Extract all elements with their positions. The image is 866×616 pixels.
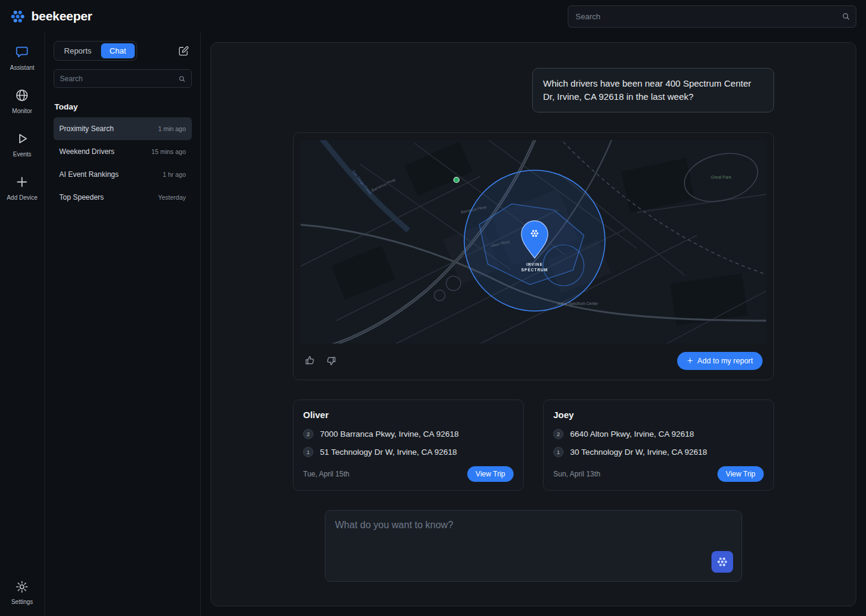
stop-address: 51 Technology Dr W, Irvine, CA 92618	[320, 448, 457, 457]
chat-title: AI Event Rankings	[60, 170, 119, 179]
brand-name: beekeeper	[31, 9, 92, 23]
beekeeper-logo-icon	[10, 8, 26, 25]
trip-date: Tue, April 15th	[303, 470, 349, 478]
gear-icon	[15, 580, 29, 594]
chat-time: 1 min ago	[158, 125, 186, 132]
send-button[interactable]	[711, 551, 733, 573]
play-icon	[14, 131, 29, 146]
stop-number-badge: 2	[303, 429, 313, 439]
chat-bubble-icon	[14, 45, 29, 60]
rail-label: Events	[13, 151, 31, 158]
main-area: Which drivers have been near 400 Spectru…	[201, 32, 866, 616]
chat-sidebar: Reports Chat Today Proximity Search 1 mi…	[45, 32, 201, 616]
globe-icon	[14, 88, 29, 103]
pin-label: IRVINE	[526, 262, 543, 266]
chat-time: 1 hr ago	[162, 171, 186, 178]
global-search-input[interactable]	[568, 5, 856, 28]
list-item-ai-event-rankings[interactable]: AI Event Rankings 1 hr ago	[54, 163, 192, 186]
trip-stop: 1 30 Technology Dr W, Irvine, CA 92618	[553, 447, 764, 457]
trip-stop: 2 7000 Barranca Pkwy, Irvine, CA 92618	[303, 429, 514, 439]
add-to-report-label: Add to my report	[698, 357, 753, 365]
topbar: beekeeper	[0, 0, 866, 32]
driver-name: Joey	[553, 410, 764, 420]
plus-icon	[14, 174, 29, 189]
rail-item-assistant[interactable]: Assistant	[10, 45, 34, 71]
tab-reports[interactable]: Reports	[56, 43, 100, 58]
rail-label: Monitor	[12, 108, 32, 114]
stop-number-badge: 1	[303, 447, 313, 457]
search-icon[interactable]	[178, 75, 186, 82]
rail-label: Settings	[11, 599, 33, 605]
nav-rail: Assistant Monitor Events	[0, 32, 45, 616]
driver-card-oliver: Oliver 2 7000 Barranca Pkwy, Irvine, CA …	[293, 399, 524, 491]
driver-card-joey: Joey 2 6640 Alton Pkwy, Irvine, CA 92618…	[543, 399, 774, 491]
map-label-park: Great Park	[711, 175, 731, 179]
list-item-weekend-drivers[interactable]: Weekend Drivers 15 mins ago	[54, 140, 192, 163]
stop-address: 6640 Alton Pkwy, Irvine, CA 92618	[570, 430, 694, 439]
assistant-answer-card: IRVINE SPECTRUM San Diego Creek Barranca…	[293, 132, 774, 380]
new-chat-icon[interactable]	[175, 43, 192, 60]
tab-chat[interactable]: Chat	[101, 43, 134, 58]
view-trip-button[interactable]: View Trip	[717, 466, 764, 482]
view-trip-button[interactable]: View Trip	[467, 466, 514, 482]
stop-address: 30 Technology Dr W, Irvine, CA 92618	[570, 448, 707, 457]
trip-stop: 1 51 Technology Dr W, Irvine, CA 92618	[303, 447, 514, 457]
map-label-place: Irvine Spectrum Center	[558, 301, 599, 306]
section-heading-today: Today	[55, 102, 191, 111]
plus-icon	[687, 357, 693, 364]
chat-panel: Which drivers have been near 400 Spectru…	[210, 42, 856, 606]
search-icon[interactable]	[841, 12, 850, 21]
chat-title: Weekend Drivers	[60, 147, 115, 156]
chat-search-input[interactable]	[54, 69, 192, 88]
chat-input[interactable]	[335, 520, 732, 556]
trip-date: Sun, April 13th	[553, 470, 600, 478]
user-message-bubble: Which drivers have been near 400 Spectru…	[532, 68, 774, 112]
thumbs-up-icon[interactable]	[304, 355, 316, 366]
list-item-proximity-search[interactable]: Proximity Search 1 min ago	[54, 117, 192, 140]
stop-number-badge: 1	[553, 447, 564, 457]
brand: beekeeper	[10, 8, 92, 25]
beekeeper-logo-icon	[716, 556, 728, 568]
list-item-top-speeders[interactable]: Top Speeders Yesterday	[54, 186, 192, 209]
stop-number-badge: 2	[553, 429, 564, 439]
rail-item-add-device[interactable]: Add Device	[7, 174, 37, 201]
chat-title: Top Speeders	[60, 193, 104, 202]
add-to-report-button[interactable]: Add to my report	[677, 352, 763, 370]
rail-item-settings[interactable]: Settings	[11, 580, 33, 605]
rail-item-monitor[interactable]: Monitor	[12, 88, 32, 114]
rail-label: Assistant	[10, 64, 34, 71]
rail-item-events[interactable]: Events	[13, 131, 31, 158]
chat-input-container	[325, 510, 742, 582]
chat-time: Yesterday	[158, 194, 186, 201]
rail-label: Add Device	[7, 194, 37, 201]
driver-name: Oliver	[303, 410, 514, 420]
map[interactable]: IRVINE SPECTRUM San Diego Creek Barranca…	[301, 140, 766, 343]
stop-address: 7000 Barranca Pkwy, Irvine, CA 92618	[320, 430, 459, 439]
chat-time: 15 mins ago	[152, 148, 186, 155]
poi-marker	[454, 177, 459, 182]
trip-stop: 2 6640 Alton Pkwy, Irvine, CA 92618	[553, 429, 764, 439]
chat-title: Proximity Search	[60, 125, 114, 133]
thumbs-down-icon[interactable]	[325, 355, 337, 366]
reports-chat-tabs: Reports Chat	[54, 41, 137, 61]
pin-label: SPECTRUM	[521, 268, 548, 272]
